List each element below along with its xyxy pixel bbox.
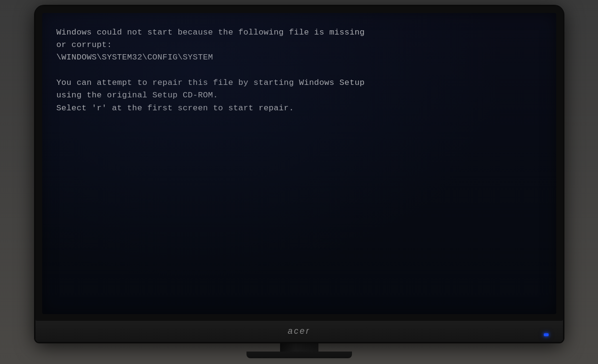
monitor-bottom-bar: acer	[35, 321, 563, 342]
monitor-stand-base	[246, 352, 352, 358]
bsod-error-text: Windows could not start because the foll…	[57, 26, 542, 115]
monitor-bezel: Windows could not start because the foll…	[35, 6, 563, 321]
screen: Windows could not start because the foll…	[42, 13, 556, 314]
monitor: Windows could not start because the foll…	[35, 6, 563, 342]
desk-surface: Windows could not start because the foll…	[0, 0, 598, 364]
power-led	[544, 333, 549, 336]
brand-label: acer	[288, 326, 310, 336]
monitor-stand-neck	[280, 342, 318, 352]
